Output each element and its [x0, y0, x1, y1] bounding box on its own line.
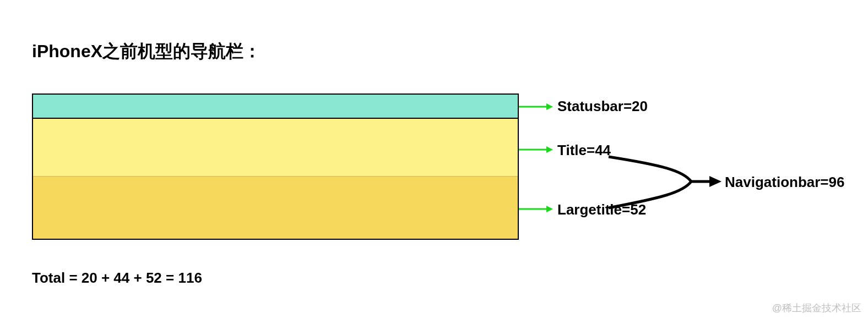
titlebar-block — [33, 119, 518, 176]
largetitle-block — [33, 176, 518, 239]
bar-stack — [32, 94, 519, 240]
total-line: Total = 20 + 44 + 52 = 116 — [32, 270, 202, 287]
label-largetitle: Largetitle=52 — [557, 201, 646, 218]
svg-marker-3 — [546, 146, 553, 153]
label-navigationbar: Navigationbar=96 — [725, 174, 844, 191]
statusbar-block — [33, 95, 518, 119]
svg-marker-1 — [546, 103, 553, 110]
svg-marker-7 — [709, 176, 721, 187]
watermark: @稀土掘金技术社区 — [772, 301, 861, 315]
diagram-heading: iPhoneX之前机型的导航栏： — [32, 40, 261, 64]
svg-marker-5 — [546, 206, 553, 212]
label-titlebar: Title=44 — [557, 142, 611, 159]
label-statusbar: Statusbar=20 — [557, 98, 648, 115]
